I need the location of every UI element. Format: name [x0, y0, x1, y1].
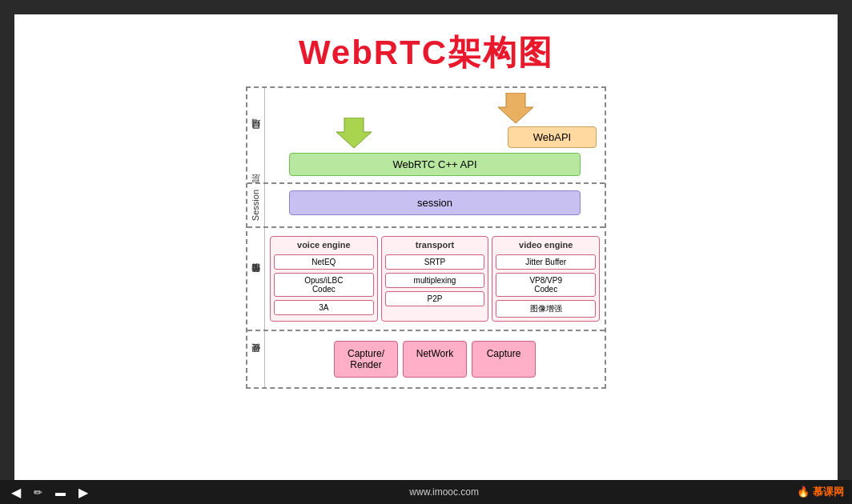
transport-srtp-cell: SRTP: [385, 254, 485, 270]
arrow-down-green-icon: [336, 118, 372, 148]
video-enhance-cell: 图像增强: [496, 300, 596, 318]
engine-row: voice engine NetEQ Opus/iLBCCodec 3A tra…: [270, 233, 600, 325]
voice-neteq-cell: NetEQ: [274, 254, 374, 270]
nav-prev-button[interactable]: ◀: [8, 483, 24, 502]
nav-next-button[interactable]: ▶: [75, 483, 91, 502]
nav-screen-button[interactable]: ▬: [52, 485, 69, 500]
brand-logo: 🔥 慕课网: [797, 485, 844, 499]
hardware-content: Capture/Render NetWork Capture: [265, 331, 605, 387]
voice-codec-cell: Opus/iLBCCodec: [274, 273, 374, 297]
transport-mux-cell: multiplexing: [385, 273, 485, 288]
voice-engine-box: voice engine NetEQ Opus/iLBCCodec 3A: [270, 236, 378, 322]
watermark: www.imooc.com: [409, 486, 479, 498]
hardware-row: Capture/Render NetWork Capture: [273, 338, 597, 381]
nav-edit-button[interactable]: ✏: [30, 485, 46, 500]
brand-name: 慕课网: [813, 486, 844, 498]
voice-3a-cell: 3A: [274, 300, 374, 315]
architecture-diagram: 端口层 WebAPI: [246, 86, 606, 389]
hw-capture: Capture: [472, 341, 536, 378]
nav-controls: ◀ ✏ ▬ ▶: [8, 483, 91, 502]
port-layer-section: 端口层 WebAPI: [247, 88, 605, 184]
session-layer-section: Session层 session: [247, 184, 605, 228]
session-content: session: [265, 184, 605, 226]
transport-p2p-cell: P2P: [385, 291, 485, 306]
webrtc-api-box: WebRTC C++ API: [289, 153, 581, 176]
video-codec-cell: VP8/VP9Codec: [496, 273, 596, 297]
hardware-layer-section: 硬件层 Capture/Render NetWork Capture: [247, 331, 605, 387]
brand-icon: 🔥: [797, 486, 810, 498]
video-jitter-cell: Jitter Buffer: [496, 254, 596, 270]
engine-layer-section: 传输引擎层 voice engine NetEQ Opus/iLBCCodec …: [247, 228, 605, 331]
bottom-bar: ◀ ✏ ▬ ▶ www.imooc.com 🔥 慕课网: [0, 480, 852, 504]
hw-network: NetWork: [403, 341, 467, 378]
transport-title: transport: [416, 240, 454, 250]
hardware-label: 硬件层: [247, 331, 265, 387]
port-content: WebAPI WebRTC C++ API: [265, 88, 605, 182]
svg-marker-0: [336, 118, 372, 148]
video-engine-box: video engine Jitter Buffer VP8/VP9Codec …: [492, 236, 600, 322]
hw-capture-render: Capture/Render: [334, 341, 398, 378]
voice-engine-title: voice engine: [297, 240, 351, 250]
arrow-down-orange-icon: [498, 93, 533, 123]
slide-content: WebRTC架构图 端口层: [14, 14, 838, 490]
engine-content: voice engine NetEQ Opus/iLBCCodec 3A tra…: [265, 228, 605, 330]
engine-label: 传输引擎层: [247, 228, 265, 330]
video-engine-title: video engine: [519, 240, 573, 250]
webapi-box: WebAPI: [508, 126, 597, 148]
port-label: 端口层: [247, 88, 265, 182]
svg-marker-1: [498, 93, 533, 123]
session-label: Session层: [247, 184, 265, 226]
page-title: WebRTC架构图: [299, 30, 553, 75]
session-box: session: [289, 190, 581, 215]
transport-box: transport SRTP multiplexing P2P: [381, 236, 489, 322]
